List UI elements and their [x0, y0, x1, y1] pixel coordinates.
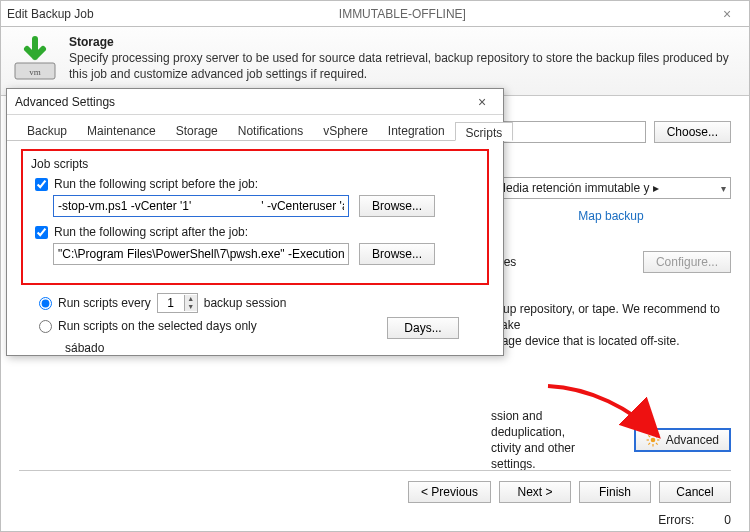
before-job-checkbox[interactable]: [35, 178, 48, 191]
interval-input[interactable]: [158, 294, 184, 312]
run-days-label: Run scripts on the selected days only: [58, 319, 257, 333]
storage-description: Specify processing proxy server to be us…: [69, 51, 739, 82]
after-job-label: Run the following script after the job:: [54, 225, 248, 239]
spinner-up-icon[interactable]: ▲: [185, 295, 197, 303]
chevron-down-icon: ▾: [721, 183, 726, 194]
advanced-button[interactable]: Advanced: [634, 428, 731, 452]
storage-step-header: vm Storage Specify processing proxy serv…: [1, 27, 749, 96]
after-browse-button[interactable]: Browse...: [359, 243, 435, 265]
job-scripts-group-label: Job scripts: [31, 157, 479, 171]
svg-line-7: [648, 435, 650, 437]
offsite-recommend-1: ckup repository, or tape. We recommend t…: [491, 301, 731, 333]
after-job-checkbox-row: Run the following script after the job:: [35, 225, 479, 239]
proxy-textbox[interactable]: [491, 121, 646, 143]
advanced-desc-2: ctivity and other settings.: [491, 440, 620, 472]
advanced-button-label: Advanced: [666, 433, 719, 447]
status-bar: Errors: 0: [658, 513, 731, 527]
map-backup-link[interactable]: Map backup: [578, 209, 643, 223]
svg-line-10: [656, 435, 658, 437]
dialog-title: Advanced Settings: [15, 95, 469, 109]
svg-point-2: [650, 438, 655, 443]
after-job-script-input[interactable]: [53, 243, 349, 265]
wizard-footer: < Previous Next > Finish Cancel: [19, 470, 731, 503]
spinner-down-icon[interactable]: ▼: [185, 303, 197, 311]
errors-label: Errors:: [658, 513, 694, 527]
advanced-desc-1: ssion and deduplication,: [491, 408, 620, 440]
tab-vsphere[interactable]: vSphere: [313, 121, 378, 140]
poses-label: oses: [491, 255, 635, 269]
selected-day: sábado: [65, 341, 489, 355]
next-button[interactable]: Next >: [499, 481, 571, 503]
storage-header-icon: vm: [11, 35, 59, 83]
repository-dropdown[interactable]: Media retención immutable y ▸ ▾: [491, 177, 731, 199]
run-days-radio[interactable]: [39, 320, 52, 333]
errors-value: 0: [724, 513, 731, 527]
tab-backup[interactable]: Backup: [17, 121, 77, 140]
before-job-label: Run the following script before the job:: [54, 177, 258, 191]
after-job-checkbox[interactable]: [35, 226, 48, 239]
window-title: Edit Backup Job: [7, 7, 94, 21]
previous-button[interactable]: < Previous: [408, 481, 491, 503]
cancel-button[interactable]: Cancel: [659, 481, 731, 503]
tab-scripts[interactable]: Scripts: [455, 122, 514, 141]
before-job-checkbox-row: Run the following script before the job:: [35, 177, 479, 191]
svg-text:vm: vm: [29, 67, 41, 77]
gear-icon: [646, 433, 660, 447]
tab-maintenance[interactable]: Maintenance: [77, 121, 166, 140]
tab-storage[interactable]: Storage: [166, 121, 228, 140]
window-close-button[interactable]: ×: [711, 6, 743, 22]
run-every-radio[interactable]: [39, 297, 52, 310]
choose-button[interactable]: Choose...: [654, 121, 731, 143]
highlight-box: Job scripts Run the following script bef…: [21, 149, 489, 285]
dialog-titlebar: Advanced Settings ×: [7, 89, 503, 115]
finish-button[interactable]: Finish: [579, 481, 651, 503]
tab-notifications[interactable]: Notifications: [228, 121, 313, 140]
run-every-label: Run scripts every: [58, 296, 151, 310]
configure-button[interactable]: Configure...: [643, 251, 731, 273]
interval-spinner[interactable]: ▲ ▼: [157, 293, 198, 313]
dialog-close-button[interactable]: ×: [469, 94, 495, 110]
advanced-settings-dialog: Advanced Settings × Backup Maintenance S…: [6, 88, 504, 356]
days-button[interactable]: Days...: [387, 317, 459, 339]
storage-heading: Storage: [69, 35, 739, 49]
window-titlebar: Edit Backup Job IMMUTABLE-OFFLINE] ×: [1, 1, 749, 27]
repository-selected: Media retención immutable y ▸: [496, 181, 659, 195]
window-title-suffix: IMMUTABLE-OFFLINE]: [94, 7, 711, 21]
tab-integration[interactable]: Integration: [378, 121, 455, 140]
before-job-script-input[interactable]: [53, 195, 349, 217]
svg-line-8: [656, 443, 658, 445]
svg-line-9: [648, 443, 650, 445]
dialog-tabs: Backup Maintenance Storage Notifications…: [7, 115, 503, 141]
scripts-tab-body: Job scripts Run the following script bef…: [7, 141, 503, 365]
run-every-suffix: backup session: [204, 296, 287, 310]
offsite-recommend-2: orage device that is located off-site.: [491, 333, 731, 349]
before-browse-button[interactable]: Browse...: [359, 195, 435, 217]
